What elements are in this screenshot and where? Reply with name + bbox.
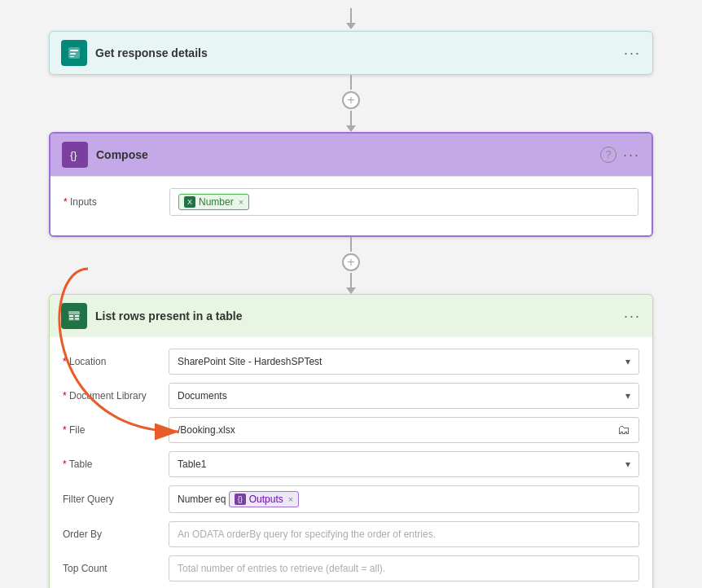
location-field[interactable]: SharePoint Site - HardeshSPTest ▾ <box>169 349 639 375</box>
get-response-icon <box>61 40 87 66</box>
compose-title: Compose <box>96 148 148 161</box>
filter-query-prefix: Number eq <box>178 494 229 505</box>
document-library-field[interactable]: Documents ▾ <box>169 383 639 409</box>
order-by-placeholder: An ODATA orderBy query for specifying th… <box>178 529 436 540</box>
list-rows-card: List rows present in a table ··· * Locat… <box>49 294 653 588</box>
svg-rect-6 <box>68 311 80 314</box>
file-row: * File /Booking.xlsx 🗂 <box>63 417 639 443</box>
number-token: X Number × <box>178 194 249 210</box>
svg-rect-2 <box>70 53 76 55</box>
table-value: Table1 <box>178 459 206 470</box>
file-value: /Booking.xlsx <box>178 424 235 436</box>
compose-dots-menu[interactable]: ··· <box>623 147 640 164</box>
get-response-card: Get response details ··· <box>49 31 653 75</box>
top-count-label: Top Count <box>63 563 169 574</box>
filter-query-row: Filter Query Number eq {} Outputs × <box>63 485 639 513</box>
outputs-token: {} Outputs × <box>229 491 299 507</box>
svg-rect-9 <box>69 318 73 320</box>
outputs-token-text: Outputs <box>249 494 283 505</box>
top-count-placeholder: Total number of entries to retrieve (def… <box>178 563 385 574</box>
compose-inputs-field[interactable]: X Number × <box>169 188 638 216</box>
filter-query-field[interactable]: Number eq {} Outputs × <box>169 485 639 513</box>
document-library-value: Documents <box>178 390 227 402</box>
order-by-field[interactable]: An ODATA orderBy query for specifying th… <box>169 521 639 547</box>
outputs-token-icon: {} <box>235 494 246 505</box>
location-dropdown-arrow: ▾ <box>625 356 630 367</box>
svg-rect-7 <box>69 315 73 317</box>
file-browse-icon: 🗂 <box>617 423 630 437</box>
list-rows-dots-menu[interactable]: ··· <box>624 308 641 325</box>
filter-query-label: Filter Query <box>63 494 169 505</box>
document-library-label: * Document Library <box>63 390 169 402</box>
table-dropdown-arrow: ▾ <box>625 459 630 470</box>
outputs-token-close[interactable]: × <box>288 494 293 504</box>
get-response-title: Get response details <box>95 46 208 59</box>
excel-token-icon: X <box>184 196 195 208</box>
connector-2: + <box>342 237 360 294</box>
compose-inputs-label: * Inputs <box>64 196 169 208</box>
top-count-field[interactable]: Total number of entries to retrieve (def… <box>169 555 639 581</box>
location-row: * Location SharePoint Site - HardeshSPTe… <box>63 349 639 375</box>
get-response-dots-menu[interactable]: ··· <box>624 45 641 62</box>
order-by-label: Order By <box>63 529 169 540</box>
table-field[interactable]: Table1 ▾ <box>169 451 639 477</box>
list-rows-icon <box>61 303 87 329</box>
top-count-row: Top Count Total number of entries to ret… <box>63 555 639 581</box>
document-library-row: * Document Library Documents ▾ <box>63 383 639 409</box>
compose-help-icon[interactable]: ? <box>600 147 616 163</box>
location-value: SharePoint Site - HardeshSPTest <box>178 356 322 367</box>
add-step-button-2[interactable]: + <box>342 253 360 271</box>
compose-inputs-row: * Inputs X Number × <box>64 188 638 216</box>
svg-rect-10 <box>75 318 79 320</box>
connector-1: + <box>342 75 360 132</box>
number-token-text: Number <box>199 196 234 208</box>
compose-icon: {} <box>62 142 88 168</box>
svg-rect-3 <box>70 56 74 57</box>
svg-rect-1 <box>70 50 78 51</box>
list-rows-title: List rows present in a table <box>95 309 243 323</box>
table-row-field: * Table Table1 ▾ <box>63 451 639 477</box>
file-field[interactable]: /Booking.xlsx 🗂 <box>169 417 639 443</box>
number-token-close[interactable]: × <box>239 197 244 207</box>
document-library-dropdown-arrow: ▾ <box>625 390 630 402</box>
compose-card: {} Compose ? ··· * Inputs X Number × <box>49 132 653 237</box>
svg-rect-8 <box>75 315 79 317</box>
file-label: * File <box>63 424 169 436</box>
top-connector <box>346 8 356 29</box>
location-label: * Location <box>63 356 169 367</box>
table-label: * Table <box>63 459 169 470</box>
add-step-button-1[interactable]: + <box>342 91 360 109</box>
order-by-row: Order By An ODATA orderBy query for spec… <box>63 521 639 547</box>
svg-text:{}: {} <box>70 149 77 161</box>
